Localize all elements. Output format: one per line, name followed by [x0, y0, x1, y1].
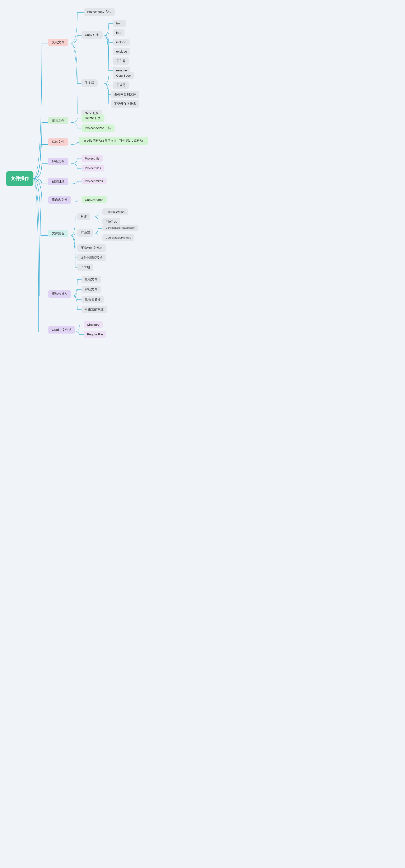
- root-node: 文件操作: [6, 171, 33, 186]
- root-label: 文件操作: [11, 176, 29, 182]
- node-project-delete: Project.delete 方法: [82, 124, 115, 132]
- node-wenjian-jihe: 文件集合: [48, 230, 68, 237]
- node-fuzhi: 复制文件: [48, 39, 68, 46]
- project-file-label: Project.file: [85, 157, 99, 160]
- config-file-tree-label: ConfigurableFileTree: [106, 236, 131, 239]
- node-delete-task: Delete 任务: [82, 115, 105, 122]
- project-mkdir-label: Project.mkdir: [85, 179, 103, 183]
- keduxie-label: 可读写: [81, 231, 90, 235]
- delete-task-label: Delete 任务: [85, 116, 101, 120]
- zizhu-jihe-label: 子主题: [81, 265, 90, 269]
- project-files-label: Project.files: [85, 166, 101, 170]
- node-into: into: [113, 29, 124, 36]
- wenjian-jihe-label: 文件集合: [52, 231, 64, 236]
- node-include: include: [113, 39, 129, 45]
- node-yasuo-wenjian: 压缩文件: [82, 276, 101, 283]
- shanchu-label: 删除文件: [52, 119, 64, 123]
- from-label: from: [116, 22, 122, 25]
- node-file-collection: FileCollection: [103, 209, 128, 215]
- node-config-file-tree: ConfigurableFileTree: [103, 234, 134, 241]
- no-record-label: 不记录任务状态: [114, 102, 136, 106]
- node-copy-task: Copy 任务: [82, 31, 103, 39]
- node-yasuo-mingcheng: 压缩包名称: [82, 296, 104, 303]
- copyspec-label: CopySpec: [116, 74, 131, 77]
- zhidu-label: 只读: [81, 215, 87, 219]
- yasuo-mingcheng-label: 压缩包名称: [85, 298, 100, 301]
- ziguifan-label: 子规范: [116, 83, 125, 87]
- yidong-label: 移动文件: [52, 140, 64, 144]
- node-subtopic1: 子主题: [113, 57, 129, 65]
- file-collection-label: FileCollection: [106, 210, 124, 214]
- node-chuangjian: 创建目录: [48, 178, 68, 185]
- node-zizhu-jihe: 子主题: [77, 264, 93, 271]
- node-ziguifan: 子规范: [113, 82, 129, 89]
- subtopic1-label: 子主题: [116, 59, 125, 63]
- rename-label: rename: [116, 68, 127, 72]
- node-copy-rename: Copy.rename: [82, 196, 107, 203]
- node-wenjian-yinshi: 文件的隐式转换: [77, 254, 106, 261]
- gradle-wenjian-lei-label: Gradle 文件类: [52, 328, 71, 332]
- node-zhidu: 只读: [77, 213, 90, 220]
- yasuo-wenjian-shu-label: 压缩包的文件树: [81, 246, 103, 250]
- exclude-label: exclude: [116, 50, 127, 53]
- node-jiexi: 解析文件: [48, 158, 68, 165]
- node-no-record: 不记录任务状态: [111, 100, 139, 107]
- node-regular-file: RegularFile: [84, 331, 106, 338]
- chuangjian-label: 创建目录: [52, 180, 64, 184]
- mind-map: 文件操作 复制文件 Project.copy 方法 Copy 任务 from i…: [0, 0, 163, 868]
- kechongfu-goujian-label: 可重复的构建: [85, 307, 104, 311]
- node-project-file: Project.file: [82, 155, 103, 162]
- file-tree-label: FileTree: [106, 220, 117, 223]
- node-yidong: 移动文件: [48, 138, 68, 146]
- copy-task-label: Copy 任务: [85, 33, 99, 37]
- node-yasuo-caozuo: 压缩包操作: [48, 290, 71, 298]
- node-keduxie: 可读写: [77, 229, 93, 237]
- jiexi-label: 解析文件: [52, 160, 64, 163]
- config-file-collection-label: ConfigurableFileCollection: [106, 226, 135, 229]
- node-config-file-collection: ConfigurableFileCollection: [103, 225, 138, 231]
- jieya-wenjian-label: 解压文件: [85, 287, 97, 291]
- fuzhi-label: 复制文件: [52, 40, 64, 44]
- zhongming-label: 重命名文件: [52, 198, 67, 202]
- include-label: include: [116, 40, 126, 44]
- directory-label: Directory: [87, 323, 99, 327]
- node-zizhu-copy: 子主题: [82, 80, 97, 87]
- node-jieya-wenjian: 解压文件: [82, 286, 101, 293]
- node-exclude: exclude: [113, 48, 131, 55]
- node-directory: Directory: [84, 321, 103, 328]
- node-yidong-desc: gradle 无移动文件的方法，可先复制，后移动: [79, 137, 148, 145]
- project-delete-label: Project.delete 方法: [85, 126, 111, 130]
- node-file-tree: FileTree: [103, 218, 120, 225]
- into-label: into: [116, 31, 121, 34]
- yasuo-wenjian-label: 压缩文件: [85, 277, 97, 281]
- project-copy-label: Project.copy 方法: [87, 10, 111, 14]
- node-project-files: Project.files: [82, 164, 105, 172]
- yidong-desc-label: gradle 无移动文件的方法，可先复制，后移动: [84, 139, 143, 143]
- node-project-mkdir: Project.mkdir: [82, 178, 107, 184]
- regular-file-label: RegularFile: [87, 333, 103, 336]
- node-copyspec: CopySpec: [113, 72, 134, 79]
- yasuo-caozuo-label: 压缩包操作: [52, 292, 67, 296]
- node-yasuo-wenjian-shu: 压缩包的文件树: [77, 244, 106, 252]
- node-gradle-wenjian-lei: Gradle 文件类: [48, 326, 75, 334]
- node-task-copy-file: 任务中复制文件: [111, 91, 139, 98]
- node-zhongming: 重命名文件: [48, 196, 71, 204]
- node-project-copy: Project.copy 方法: [84, 8, 115, 16]
- task-copy-file-label: 任务中复制文件: [114, 93, 136, 96]
- wenjian-yinshi-label: 文件的隐式转换: [81, 256, 103, 259]
- node-from: from: [113, 20, 126, 27]
- node-shanchu: 删除文件: [48, 117, 68, 124]
- zizhu-copy-label: 子主题: [85, 81, 94, 85]
- node-kechongfu-goujian: 可重复的构建: [82, 306, 107, 313]
- copy-rename-label: Copy.rename: [85, 198, 104, 202]
